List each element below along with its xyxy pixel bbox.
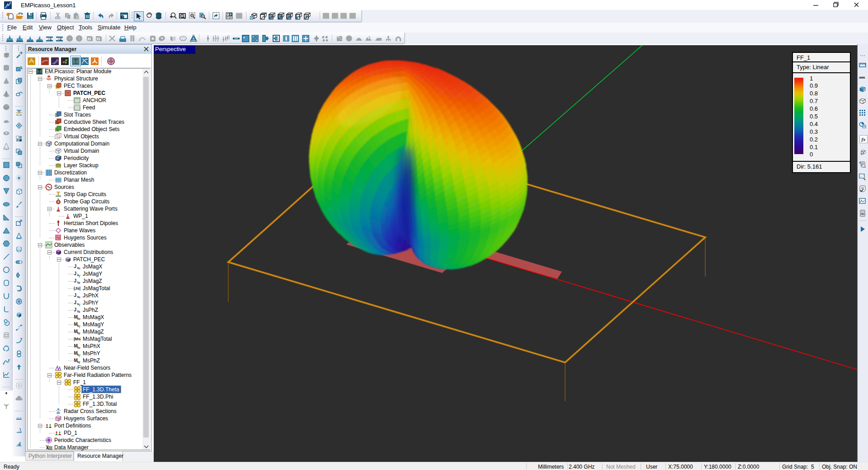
svg-text:|Ms|: |Ms| (74, 337, 81, 341)
svg-text:J: J (74, 307, 76, 312)
svg-text:x: x (79, 346, 80, 349)
svg-text:z: z (79, 310, 80, 313)
svg-text:K: K (230, 16, 231, 19)
svg-text:y: y (79, 324, 80, 328)
svg-text:x: x (860, 152, 863, 156)
svg-text:|Js|: |Js| (74, 286, 80, 291)
svg-text:J: J (74, 300, 76, 305)
svg-text:y: y (79, 274, 80, 277)
svg-text:1: 1 (29, 36, 31, 39)
svg-text:P: P (230, 13, 232, 16)
svg-text:z: z (79, 361, 80, 364)
svg-text:y: y (79, 353, 80, 357)
svg-text:2: 2 (98, 37, 99, 40)
svg-text:x: x (79, 267, 80, 270)
svg-text:J: J (74, 264, 76, 269)
svg-text:fx: fx (861, 136, 866, 142)
svg-text:z: z (79, 332, 80, 335)
svg-text:−2: −2 (57, 37, 62, 41)
svg-text:z: z (79, 281, 80, 284)
svg-text:?: ? (122, 15, 123, 19)
svg-text:J: J (74, 293, 76, 298)
svg-text:J: J (74, 271, 76, 276)
svg-text:−1: −1 (47, 37, 52, 41)
svg-text:1: 1 (89, 37, 90, 40)
svg-text:x: x (79, 296, 80, 299)
svg-text:1: 1 (9, 35, 11, 38)
svg-text:2: 2 (19, 35, 21, 38)
svg-text:J: J (74, 278, 76, 283)
svg-text:y: y (79, 303, 80, 306)
svg-text:2: 2 (39, 36, 41, 39)
svg-text:x: x (79, 317, 80, 320)
